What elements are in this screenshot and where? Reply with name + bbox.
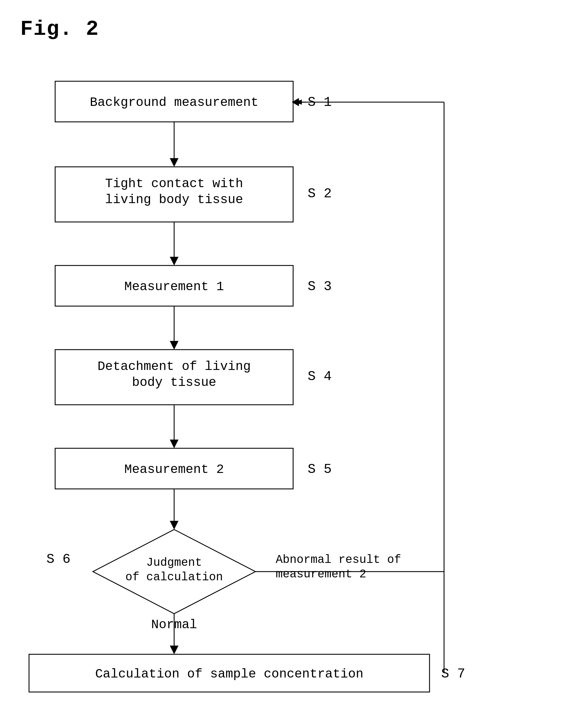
flowchart: Background measurement S 1 Tight contact… bbox=[14, 52, 578, 696]
svg-marker-6 bbox=[170, 257, 179, 265]
abnormal-label-2: measurement 2 bbox=[276, 568, 366, 581]
svg-marker-9 bbox=[170, 341, 179, 349]
svg-marker-19 bbox=[170, 646, 179, 654]
s5-text: Measurement 2 bbox=[124, 462, 224, 477]
s5-label: S 5 bbox=[308, 462, 332, 477]
s4-text-2: body tissue bbox=[132, 375, 216, 390]
s2-text-1: Tight contact with bbox=[105, 176, 243, 191]
s4-text-1: Detachment of living bbox=[97, 359, 251, 374]
s7-label: S 7 bbox=[441, 667, 465, 682]
s2-text-2: living body tissue bbox=[105, 192, 243, 207]
s3-text: Measurement 1 bbox=[124, 279, 224, 294]
s6-text-2: of calculation bbox=[125, 571, 223, 584]
abnormal-label-1: Abnormal result of bbox=[276, 553, 401, 566]
s7-text: Calculation of sample concentration bbox=[95, 667, 363, 681]
s6-text-1: Judgment bbox=[146, 556, 202, 569]
s4-label: S 4 bbox=[308, 369, 332, 384]
page-title: Fig. 2 bbox=[20, 17, 99, 41]
svg-marker-12 bbox=[170, 440, 179, 448]
s1-text: Background measurement bbox=[90, 95, 258, 110]
svg-marker-15 bbox=[170, 521, 179, 529]
s2-label: S 2 bbox=[308, 186, 332, 201]
s6-label: S 6 bbox=[46, 552, 70, 567]
s3-label: S 3 bbox=[308, 279, 332, 294]
svg-marker-3 bbox=[170, 158, 179, 167]
